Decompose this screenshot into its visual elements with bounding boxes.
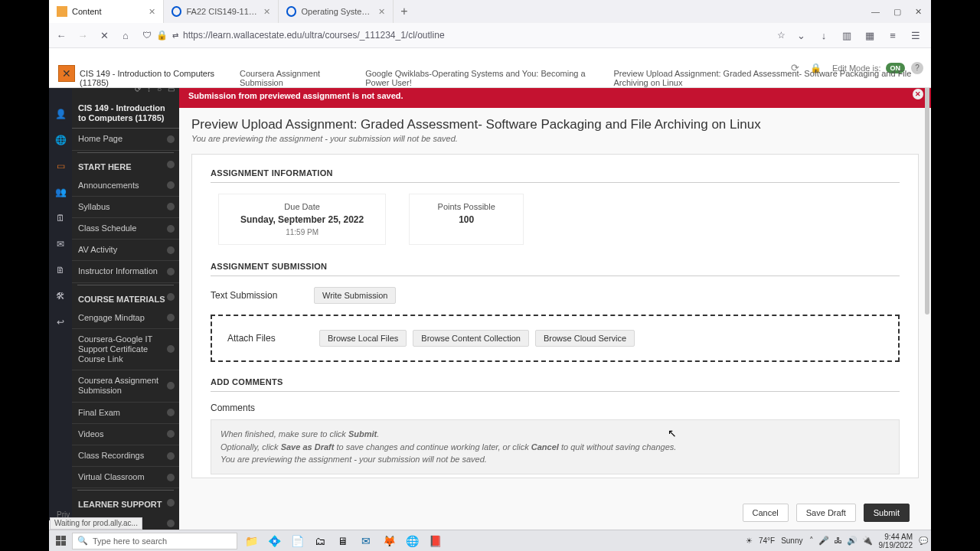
back-button[interactable]: ← [54,28,69,43]
downloads-icon[interactable]: ↓ [818,29,830,41]
activity-icon[interactable]: 🌐 [54,134,67,146]
tray-power-icon[interactable]: 🔌 [862,536,873,546]
messages-icon[interactable]: ✉ [54,238,67,250]
sidebar-item-coursera-link[interactable]: Coursera-Google IT Support Certificate C… [72,329,179,371]
sidebar-item-cengage[interactable]: Cengage Mindtap [72,308,179,329]
bookmark-star-icon[interactable]: ☆ [777,30,786,41]
sidebar-item-home[interactable]: Home Page [72,129,179,150]
taskbar-clock[interactable]: 9:44 AM 9/19/2022 [879,533,913,549]
forward-button[interactable]: → [75,28,90,43]
points-label: Points Possible [431,202,501,214]
sidebar-item-instructor[interactable]: Instructor Information [72,261,179,282]
extension-icon[interactable]: ▦ [864,29,876,41]
page-subtitle: You are previewing the assignment - your… [191,132,919,143]
taskbar-acrobat-icon[interactable]: 📕 [424,532,446,550]
save-draft-button[interactable]: Save Draft [796,504,856,522]
window-minimize[interactable]: — [871,7,880,16]
taskbar-firefox-icon[interactable]: 🦊 [378,532,400,550]
crumb-1[interactable]: Coursera Assignment Submission [240,69,348,87]
sidebar-heading-materials: COURSE MATERIALS [72,287,179,308]
tab-close-icon[interactable]: ✕ [263,7,270,17]
browse-cloud-button[interactable]: Browse Cloud Service [535,330,635,347]
url-input[interactable]: 🛡 🔒 ⇄ https://learn.wallacestate.edu/ult… [139,30,789,41]
close-overlay-button[interactable]: ✕ [58,65,75,82]
taskbar-chrome-icon[interactable]: 🌐 [401,532,423,550]
sidebar-item-av[interactable]: AV Activity [72,240,179,261]
mouse-cursor: ↖ [668,427,677,439]
due-date-box: Due Date Sunday, September 25, 2022 11:5… [218,194,386,245]
points-value: 100 [431,214,501,225]
lock-icon[interactable]: 🔒 [156,30,168,41]
tray-mic-icon[interactable]: 🎤 [818,536,829,546]
cancel-button[interactable]: Cancel [743,504,789,522]
tray-chevron-icon[interactable]: ˄ [809,536,814,546]
attach-files-label: Attach Files [227,333,319,344]
url-text: https://learn.wallacestate.edu/ultra/cou… [183,30,773,41]
taskbar-outlook-icon[interactable]: ✉ [355,532,377,550]
tools-icon[interactable]: 🛠 [54,290,67,302]
section-heading-comments: ADD COMMENTS [211,377,900,392]
submit-button[interactable]: Submit [864,504,910,522]
library-icon[interactable]: ▥ [841,29,853,41]
stop-reload-button[interactable]: ✕ [96,28,112,43]
browse-local-button[interactable]: Browse Local Files [319,330,407,347]
tab-content[interactable]: Content ✕ [49,0,164,23]
crumb-3[interactable]: Preview Upload Assignment: Graded Assess… [614,69,932,87]
sidebar-item-syllabus[interactable]: Syllabus [72,197,179,218]
tab-close-icon[interactable]: ✕ [149,7,155,17]
tray-network-icon[interactable]: 🖧 [834,536,842,546]
pocket-icon[interactable]: ⌄ [795,29,807,41]
sidebar-item-recordings[interactable]: Class Recordings [72,445,179,467]
shield-icon[interactable]: 🛡 [142,30,152,41]
points-box: Points Possible 100 [409,194,524,245]
notifications-icon[interactable]: 💬 [919,536,928,545]
taskbar-app-icon[interactable]: 📄 [286,532,308,550]
attach-files-dropzone[interactable]: Attach Files Browse Local Files Browse C… [211,315,900,362]
clock-date: 9/19/2022 [879,541,913,549]
home-button[interactable]: ⌂ [118,28,133,43]
tab-label: FA22 CIS149-11785 | Coursera [186,7,259,16]
due-value: Sunday, September 25, 2022 [240,214,364,225]
courses-icon[interactable]: ▭ [54,160,67,172]
window-maximize[interactable]: ▢ [893,7,901,17]
sidebar-heading-start: START HERE [72,155,179,175]
taskbar-app-icon[interactable]: 🗂 [309,532,331,550]
feed-icon[interactable]: ≡ [887,29,899,41]
orgs-icon[interactable]: 👥 [54,186,67,198]
tray-speaker-icon[interactable]: 🔊 [847,536,858,546]
start-button[interactable] [49,530,72,552]
sidebar-item-virtual[interactable]: Virtual Classroom [72,467,179,488]
sidebar-item-final[interactable]: Final Exam [72,403,179,424]
crumb-course[interactable]: CIS 149 - Introduction to Computers (117… [80,69,223,87]
weather-icon[interactable]: ☀ [746,536,753,545]
signout-icon[interactable]: ↩ [54,316,67,328]
sidebar-heading-support: LEARNER SUPPORT [72,492,179,513]
tab-close-icon[interactable]: ✕ [378,7,385,17]
sidebar-item-coursera-sub[interactable]: Coursera Assignment Submission [72,370,179,402]
taskbar-app-icon[interactable]: 💠 [263,532,285,550]
weather-desc: Sunny [781,536,802,545]
search-placeholder: Type here to search [93,536,167,546]
crumb-2[interactable]: Google Qwiklabs-Operating Systems and Yo… [365,69,596,87]
vertical-scrollbar[interactable] [925,85,929,315]
taskbar-app-icon[interactable]: 🖥 [332,532,354,550]
permissions-icon[interactable]: ⇄ [172,31,178,40]
content-card: ASSIGNMENT INFORMATION Due Date Sunday, … [191,154,919,478]
menu-icon[interactable]: ☰ [910,29,922,41]
tab-os-you[interactable]: Operating Systems and You: Be ✕ [279,0,394,23]
write-submission-button[interactable]: Write Submission [314,287,396,304]
grades-icon[interactable]: 🗎 [54,264,67,276]
taskbar-search[interactable]: 🔍 Type here to search [72,533,237,549]
course-title[interactable]: CIS 149 - Introduction to Computers (117… [72,99,179,129]
calendar-icon[interactable]: 🗓 [54,212,67,224]
search-icon: 🔍 [77,536,88,546]
sidebar-item-videos[interactable]: Videos [72,424,179,445]
window-close[interactable]: ✕ [915,7,922,17]
browse-content-collection-button[interactable]: Browse Content Collection [413,330,529,347]
sidebar-item-schedule[interactable]: Class Schedule [72,218,179,240]
new-tab-button[interactable]: + [394,1,415,22]
profile-icon[interactable]: 👤 [54,108,67,120]
tab-coursera[interactable]: FA22 CIS149-11785 | Coursera ✕ [164,0,279,23]
taskbar-files-icon[interactable]: 📁 [240,532,262,550]
sidebar-item-announcements[interactable]: Announcements [72,175,179,197]
